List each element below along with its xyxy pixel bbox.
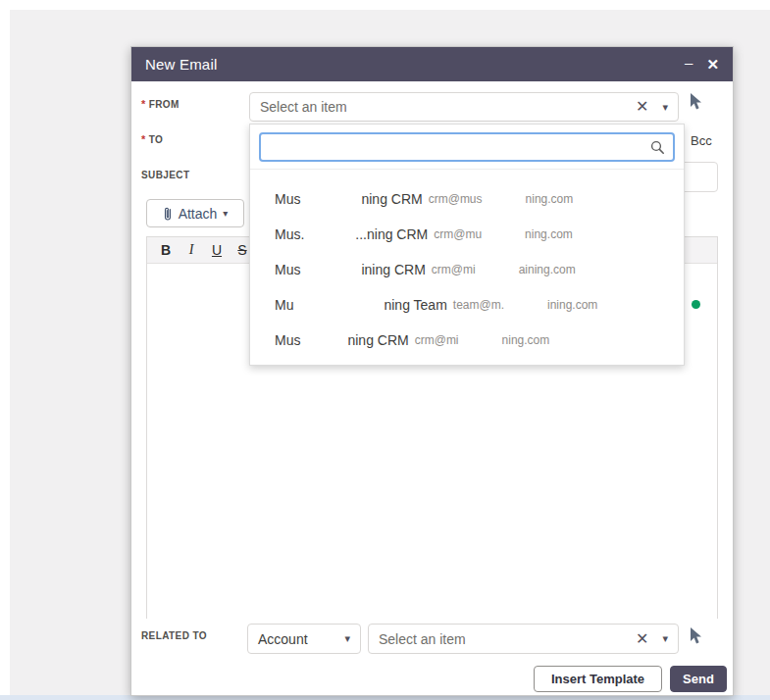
from-label: *FROM: [141, 98, 180, 110]
chevron-down-icon[interactable]: ▾: [662, 102, 668, 113]
dropdown-option-list: Musning CRM crm@musning.com Mus....ning …: [250, 170, 684, 358]
bcc-link[interactable]: Bcc: [691, 133, 712, 148]
from-combobox[interactable]: Select an item ✕ ▾: [249, 92, 679, 122]
modal-title: New Email: [145, 56, 217, 73]
close-icon[interactable]: ✕: [706, 57, 719, 72]
dropdown-search-wrap: [250, 125, 684, 170]
dropdown-option[interactable]: Mus....ning CRM crm@muning.com: [250, 217, 684, 252]
italic-button[interactable]: I: [180, 239, 202, 261]
new-email-modal: New Email – ✕ *FROM Select an item ✕ ▾ *…: [130, 46, 734, 696]
status-dot-icon: [692, 300, 700, 309]
screen: New Email – ✕ *FROM Select an item ✕ ▾ *…: [0, 0, 770, 700]
mouse-cursor-icon: [688, 92, 703, 112]
minimize-icon[interactable]: –: [685, 55, 693, 70]
required-asterisk: *: [141, 98, 146, 110]
bold-button[interactable]: B: [155, 239, 177, 261]
dropdown-option[interactable]: Musining CRM crm@miaining.com: [250, 252, 684, 287]
modal-titlebar[interactable]: New Email – ✕: [131, 47, 733, 81]
chevron-down-icon: ▾: [344, 633, 350, 644]
dropdown-option[interactable]: Musning CRM crm@musning.com: [250, 181, 684, 217]
attach-button[interactable]: Attach ▾: [146, 199, 244, 227]
insert-template-button[interactable]: Insert Template: [534, 666, 662, 692]
subject-label: SUBJECT: [141, 170, 189, 180]
dropdown-option[interactable]: Musning CRM crm@mining.com: [250, 323, 684, 358]
required-asterisk: *: [141, 133, 146, 145]
from-placeholder: Select an item: [260, 99, 347, 115]
dropdown-search-box[interactable]: [259, 132, 675, 162]
related-to-type-value: Account: [258, 631, 308, 647]
mouse-cursor-icon: [688, 626, 703, 646]
related-to-type-select[interactable]: Account ▾: [247, 624, 361, 654]
related-to-label: RELATED TO: [141, 630, 207, 641]
search-icon: [650, 140, 665, 155]
dropdown-search-input[interactable]: [269, 139, 650, 155]
underline-button[interactable]: U: [206, 239, 228, 261]
send-button[interactable]: Send: [670, 666, 727, 692]
related-to-combobox[interactable]: Select an item ✕ ▾: [368, 624, 679, 654]
to-label: *TO: [141, 133, 163, 145]
chevron-down-icon: ▾: [223, 208, 228, 219]
dropdown-option[interactable]: Muning Team team@m.ining.com: [250, 287, 684, 323]
clear-icon[interactable]: ✕: [636, 99, 648, 115]
related-to-placeholder: Select an item: [379, 631, 466, 647]
clear-icon[interactable]: ✕: [636, 631, 648, 647]
paperclip-icon: [163, 206, 173, 222]
attach-label: Attach: [179, 206, 218, 222]
chevron-down-icon[interactable]: ▾: [662, 633, 668, 644]
from-dropdown-panel: Musning CRM crm@musning.com Mus....ning …: [249, 124, 685, 366]
